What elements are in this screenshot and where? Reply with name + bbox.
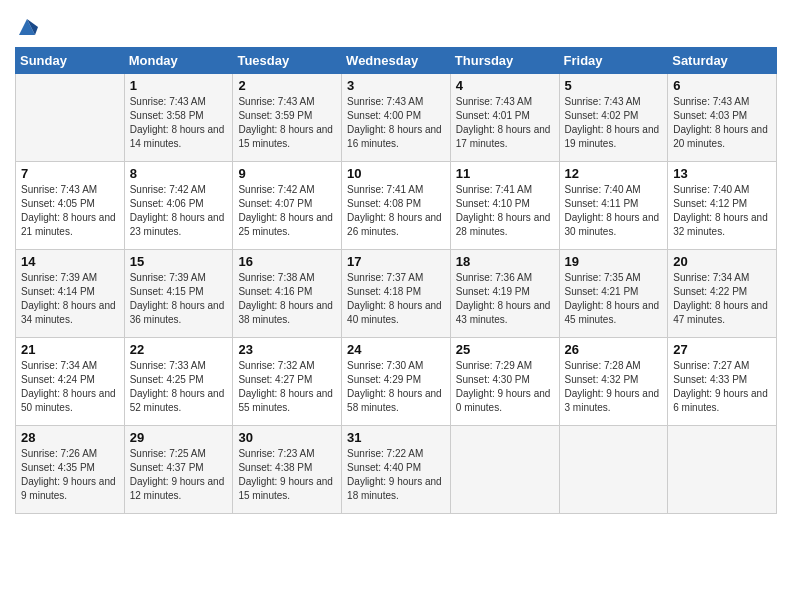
calendar-cell: 21Sunrise: 7:34 AMSunset: 4:24 PMDayligh… xyxy=(16,338,125,426)
calendar-cell: 7Sunrise: 7:43 AMSunset: 4:05 PMDaylight… xyxy=(16,162,125,250)
calendar-cell: 16Sunrise: 7:38 AMSunset: 4:16 PMDayligh… xyxy=(233,250,342,338)
day-info: Sunrise: 7:33 AMSunset: 4:25 PMDaylight:… xyxy=(130,359,228,415)
header-day-thursday: Thursday xyxy=(450,48,559,74)
calendar-cell: 27Sunrise: 7:27 AMSunset: 4:33 PMDayligh… xyxy=(668,338,777,426)
day-number: 17 xyxy=(347,254,445,269)
day-number: 27 xyxy=(673,342,771,357)
day-info: Sunrise: 7:42 AMSunset: 4:06 PMDaylight:… xyxy=(130,183,228,239)
calendar-cell: 20Sunrise: 7:34 AMSunset: 4:22 PMDayligh… xyxy=(668,250,777,338)
day-info: Sunrise: 7:28 AMSunset: 4:32 PMDaylight:… xyxy=(565,359,663,415)
day-info: Sunrise: 7:43 AMSunset: 4:05 PMDaylight:… xyxy=(21,183,119,239)
calendar-cell: 22Sunrise: 7:33 AMSunset: 4:25 PMDayligh… xyxy=(124,338,233,426)
header-day-tuesday: Tuesday xyxy=(233,48,342,74)
day-number: 5 xyxy=(565,78,663,93)
calendar-cell: 5Sunrise: 7:43 AMSunset: 4:02 PMDaylight… xyxy=(559,74,668,162)
calendar-header: SundayMondayTuesdayWednesdayThursdayFrid… xyxy=(16,48,777,74)
day-info: Sunrise: 7:30 AMSunset: 4:29 PMDaylight:… xyxy=(347,359,445,415)
day-info: Sunrise: 7:43 AMSunset: 4:02 PMDaylight:… xyxy=(565,95,663,151)
day-info: Sunrise: 7:38 AMSunset: 4:16 PMDaylight:… xyxy=(238,271,336,327)
day-info: Sunrise: 7:32 AMSunset: 4:27 PMDaylight:… xyxy=(238,359,336,415)
calendar-cell: 10Sunrise: 7:41 AMSunset: 4:08 PMDayligh… xyxy=(342,162,451,250)
main-container: SundayMondayTuesdayWednesdayThursdayFrid… xyxy=(0,0,792,524)
calendar-cell: 15Sunrise: 7:39 AMSunset: 4:15 PMDayligh… xyxy=(124,250,233,338)
day-number: 9 xyxy=(238,166,336,181)
day-info: Sunrise: 7:42 AMSunset: 4:07 PMDaylight:… xyxy=(238,183,336,239)
day-number: 18 xyxy=(456,254,554,269)
week-row-5: 28Sunrise: 7:26 AMSunset: 4:35 PMDayligh… xyxy=(16,426,777,514)
day-number: 26 xyxy=(565,342,663,357)
calendar-cell: 9Sunrise: 7:42 AMSunset: 4:07 PMDaylight… xyxy=(233,162,342,250)
calendar-cell: 25Sunrise: 7:29 AMSunset: 4:30 PMDayligh… xyxy=(450,338,559,426)
day-info: Sunrise: 7:41 AMSunset: 4:10 PMDaylight:… xyxy=(456,183,554,239)
day-number: 7 xyxy=(21,166,119,181)
day-info: Sunrise: 7:43 AMSunset: 4:00 PMDaylight:… xyxy=(347,95,445,151)
day-number: 19 xyxy=(565,254,663,269)
header-day-sunday: Sunday xyxy=(16,48,125,74)
header xyxy=(15,10,777,39)
calendar-cell: 30Sunrise: 7:23 AMSunset: 4:38 PMDayligh… xyxy=(233,426,342,514)
day-number: 16 xyxy=(238,254,336,269)
day-info: Sunrise: 7:39 AMSunset: 4:14 PMDaylight:… xyxy=(21,271,119,327)
day-info: Sunrise: 7:34 AMSunset: 4:24 PMDaylight:… xyxy=(21,359,119,415)
day-info: Sunrise: 7:43 AMSunset: 3:58 PMDaylight:… xyxy=(130,95,228,151)
calendar-cell: 12Sunrise: 7:40 AMSunset: 4:11 PMDayligh… xyxy=(559,162,668,250)
header-day-friday: Friday xyxy=(559,48,668,74)
calendar-cell: 23Sunrise: 7:32 AMSunset: 4:27 PMDayligh… xyxy=(233,338,342,426)
day-number: 25 xyxy=(456,342,554,357)
calendar-cell: 19Sunrise: 7:35 AMSunset: 4:21 PMDayligh… xyxy=(559,250,668,338)
week-row-1: 1Sunrise: 7:43 AMSunset: 3:58 PMDaylight… xyxy=(16,74,777,162)
day-info: Sunrise: 7:23 AMSunset: 4:38 PMDaylight:… xyxy=(238,447,336,503)
day-info: Sunrise: 7:34 AMSunset: 4:22 PMDaylight:… xyxy=(673,271,771,327)
calendar-cell xyxy=(16,74,125,162)
header-day-wednesday: Wednesday xyxy=(342,48,451,74)
day-number: 24 xyxy=(347,342,445,357)
logo-icon xyxy=(16,17,38,39)
calendar-cell: 13Sunrise: 7:40 AMSunset: 4:12 PMDayligh… xyxy=(668,162,777,250)
calendar-cell: 4Sunrise: 7:43 AMSunset: 4:01 PMDaylight… xyxy=(450,74,559,162)
calendar-body: 1Sunrise: 7:43 AMSunset: 3:58 PMDaylight… xyxy=(16,74,777,514)
day-info: Sunrise: 7:25 AMSunset: 4:37 PMDaylight:… xyxy=(130,447,228,503)
day-number: 30 xyxy=(238,430,336,445)
calendar-cell: 11Sunrise: 7:41 AMSunset: 4:10 PMDayligh… xyxy=(450,162,559,250)
week-row-4: 21Sunrise: 7:34 AMSunset: 4:24 PMDayligh… xyxy=(16,338,777,426)
day-number: 28 xyxy=(21,430,119,445)
day-number: 8 xyxy=(130,166,228,181)
calendar-cell xyxy=(559,426,668,514)
logo-text xyxy=(15,15,40,39)
calendar-cell xyxy=(450,426,559,514)
day-info: Sunrise: 7:39 AMSunset: 4:15 PMDaylight:… xyxy=(130,271,228,327)
day-info: Sunrise: 7:29 AMSunset: 4:30 PMDaylight:… xyxy=(456,359,554,415)
calendar-cell: 3Sunrise: 7:43 AMSunset: 4:00 PMDaylight… xyxy=(342,74,451,162)
day-number: 6 xyxy=(673,78,771,93)
day-number: 23 xyxy=(238,342,336,357)
calendar-cell: 24Sunrise: 7:30 AMSunset: 4:29 PMDayligh… xyxy=(342,338,451,426)
day-info: Sunrise: 7:40 AMSunset: 4:11 PMDaylight:… xyxy=(565,183,663,239)
calendar-cell: 14Sunrise: 7:39 AMSunset: 4:14 PMDayligh… xyxy=(16,250,125,338)
day-info: Sunrise: 7:43 AMSunset: 3:59 PMDaylight:… xyxy=(238,95,336,151)
calendar-cell: 29Sunrise: 7:25 AMSunset: 4:37 PMDayligh… xyxy=(124,426,233,514)
day-number: 3 xyxy=(347,78,445,93)
day-info: Sunrise: 7:22 AMSunset: 4:40 PMDaylight:… xyxy=(347,447,445,503)
day-number: 10 xyxy=(347,166,445,181)
day-number: 4 xyxy=(456,78,554,93)
calendar-cell xyxy=(668,426,777,514)
week-row-2: 7Sunrise: 7:43 AMSunset: 4:05 PMDaylight… xyxy=(16,162,777,250)
week-row-3: 14Sunrise: 7:39 AMSunset: 4:14 PMDayligh… xyxy=(16,250,777,338)
calendar-cell: 6Sunrise: 7:43 AMSunset: 4:03 PMDaylight… xyxy=(668,74,777,162)
header-day-monday: Monday xyxy=(124,48,233,74)
day-info: Sunrise: 7:43 AMSunset: 4:03 PMDaylight:… xyxy=(673,95,771,151)
day-number: 31 xyxy=(347,430,445,445)
calendar-table: SundayMondayTuesdayWednesdayThursdayFrid… xyxy=(15,47,777,514)
day-info: Sunrise: 7:37 AMSunset: 4:18 PMDaylight:… xyxy=(347,271,445,327)
day-info: Sunrise: 7:35 AMSunset: 4:21 PMDaylight:… xyxy=(565,271,663,327)
logo xyxy=(15,15,40,39)
calendar-cell: 26Sunrise: 7:28 AMSunset: 4:32 PMDayligh… xyxy=(559,338,668,426)
header-day-saturday: Saturday xyxy=(668,48,777,74)
day-number: 15 xyxy=(130,254,228,269)
day-info: Sunrise: 7:27 AMSunset: 4:33 PMDaylight:… xyxy=(673,359,771,415)
day-info: Sunrise: 7:26 AMSunset: 4:35 PMDaylight:… xyxy=(21,447,119,503)
day-number: 1 xyxy=(130,78,228,93)
day-info: Sunrise: 7:41 AMSunset: 4:08 PMDaylight:… xyxy=(347,183,445,239)
header-row: SundayMondayTuesdayWednesdayThursdayFrid… xyxy=(16,48,777,74)
day-number: 29 xyxy=(130,430,228,445)
